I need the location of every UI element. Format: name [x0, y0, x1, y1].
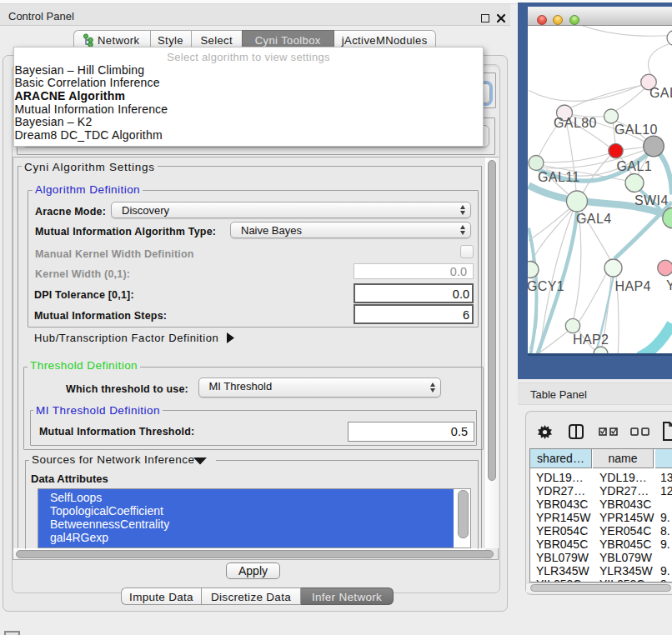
svg-text:HAP4: HAP4 [615, 279, 651, 293]
svg-text:GCY1: GCY1 [528, 279, 564, 293]
svg-text:GAL80: GAL80 [554, 116, 597, 130]
svg-text:GAL11: GAL11 [538, 170, 580, 184]
svg-text:HAP2: HAP2 [573, 332, 609, 347]
svg-text:GAL4: GAL4 [576, 212, 612, 226]
svg-text:SWI4: SWI4 [634, 193, 669, 208]
svg-text:GAL7: GAL7 [649, 86, 672, 100]
svg-text:GAL1: GAL1 [617, 159, 653, 173]
svg-text:Y: Y [666, 278, 672, 292]
svg-text:GAL10: GAL10 [614, 122, 658, 137]
